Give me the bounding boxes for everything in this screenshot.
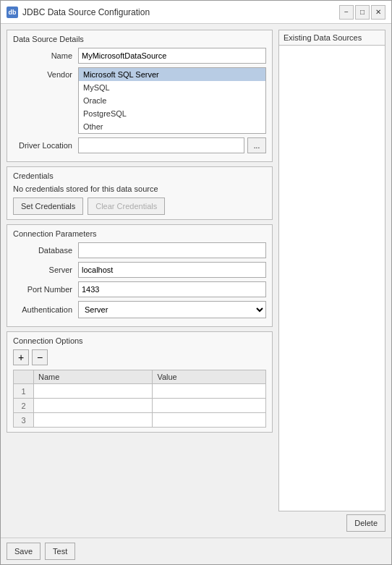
driver-location-input[interactable] xyxy=(78,137,244,153)
delete-button[interactable]: Delete xyxy=(346,514,385,532)
vendor-option-mysql[interactable]: MySQL xyxy=(79,81,265,94)
save-button[interactable]: Save xyxy=(7,543,41,560)
row-1-name[interactable] xyxy=(34,384,153,399)
vendor-list: Microsoft SQL Server MySQL Oracle Postgr… xyxy=(79,68,265,133)
credentials-section: Credentials No credentials stored for th… xyxy=(7,166,273,220)
name-label: Name xyxy=(13,51,78,60)
left-panel: Data Source Details Name Vendor Microsof… xyxy=(7,30,273,532)
data-source-details-section: Data Source Details Name Vendor Microsof… xyxy=(7,30,273,162)
remove-option-button[interactable]: − xyxy=(32,349,48,365)
server-input[interactable] xyxy=(78,262,266,278)
title-bar-left: db JDBC Data Source Configuration xyxy=(7,7,150,18)
row-3-value[interactable] xyxy=(153,413,266,428)
delete-btn-container: Delete xyxy=(278,514,385,532)
options-toolbar: + − xyxy=(13,349,266,365)
row-2-name[interactable] xyxy=(34,399,153,413)
auth-label: Authentication xyxy=(13,305,78,314)
port-row: Port Number xyxy=(13,281,266,297)
database-row: Database xyxy=(13,242,266,258)
app-icon: db xyxy=(7,7,18,18)
maximize-button[interactable]: □ xyxy=(355,5,370,20)
credentials-status: No credentials stored for this data sour… xyxy=(13,184,266,193)
name-row: Name xyxy=(13,48,266,64)
row-3-name[interactable] xyxy=(34,413,153,428)
row-1-value[interactable] xyxy=(153,384,266,399)
auth-select[interactable]: Server Windows Kerberos xyxy=(78,301,266,318)
connection-options-title: Connection Options xyxy=(13,336,266,345)
name-input[interactable] xyxy=(78,48,266,64)
right-panel: Existing Data Sources Delete xyxy=(278,30,385,532)
vendor-option-mssql[interactable]: Microsoft SQL Server xyxy=(79,68,265,81)
main-window: db JDBC Data Source Configuration − □ ✕ … xyxy=(0,0,392,565)
title-bar-controls: − □ ✕ xyxy=(339,5,385,20)
driver-row: ... xyxy=(78,137,266,153)
options-col-value: Value xyxy=(153,370,266,384)
existing-ds-title: Existing Data Sources xyxy=(278,30,385,46)
options-col-name: Name xyxy=(34,370,153,384)
table-row: 3 xyxy=(14,413,266,428)
port-label: Port Number xyxy=(13,285,78,294)
vendor-option-postgresql[interactable]: PostgreSQL xyxy=(79,107,265,120)
port-input[interactable] xyxy=(78,281,266,297)
vendor-row: Vendor Microsoft SQL Server MySQL Oracle… xyxy=(13,67,266,134)
connection-params-section: Connection Parameters Database Server Po… xyxy=(7,224,273,327)
options-table: Name Value 1 2 xyxy=(13,370,266,428)
auth-row: Authentication Server Windows Kerberos xyxy=(13,301,266,318)
table-row: 2 xyxy=(14,399,266,413)
row-2-value[interactable] xyxy=(153,399,266,413)
options-table-header-row: Name Value xyxy=(14,370,266,384)
row-num-2: 2 xyxy=(14,399,34,413)
driver-location-label: Driver Location xyxy=(13,141,78,150)
server-row: Server xyxy=(13,262,266,278)
bottom-bar: Save Test xyxy=(1,538,391,564)
title-bar: db JDBC Data Source Configuration − □ ✕ xyxy=(1,1,391,24)
driver-location-row: Driver Location ... xyxy=(13,137,266,153)
close-button[interactable]: ✕ xyxy=(371,5,385,20)
row-num-3: 3 xyxy=(14,413,34,428)
test-button[interactable]: Test xyxy=(45,543,75,560)
table-row: 1 xyxy=(14,384,266,399)
vendor-option-other[interactable]: Other xyxy=(79,120,265,133)
server-label: Server xyxy=(13,265,78,274)
add-option-button[interactable]: + xyxy=(13,349,29,365)
vendor-option-oracle[interactable]: Oracle xyxy=(79,94,265,107)
connection-options-section: Connection Options + − Name Value xyxy=(7,331,273,433)
browse-button[interactable]: ... xyxy=(247,137,266,153)
credentials-title: Credentials xyxy=(13,171,266,180)
connection-params-title: Connection Parameters xyxy=(13,229,266,238)
credentials-buttons: Set Credentials Clear Credentials xyxy=(13,197,266,215)
existing-ds-list[interactable] xyxy=(278,46,385,511)
database-input[interactable] xyxy=(78,242,266,258)
main-content: Data Source Details Name Vendor Microsof… xyxy=(1,24,391,538)
window-title: JDBC Data Source Configuration xyxy=(22,7,150,17)
data-source-details-title: Data Source Details xyxy=(13,35,266,43)
options-col-num xyxy=(14,370,34,384)
vendor-label: Vendor xyxy=(13,67,78,79)
vendor-dropdown[interactable]: Microsoft SQL Server MySQL Oracle Postgr… xyxy=(78,67,266,134)
clear-credentials-button[interactable]: Clear Credentials xyxy=(88,197,165,215)
database-label: Database xyxy=(13,246,78,255)
minimize-button[interactable]: − xyxy=(339,5,354,20)
row-num-1: 1 xyxy=(14,384,34,399)
set-credentials-button[interactable]: Set Credentials xyxy=(13,197,83,215)
